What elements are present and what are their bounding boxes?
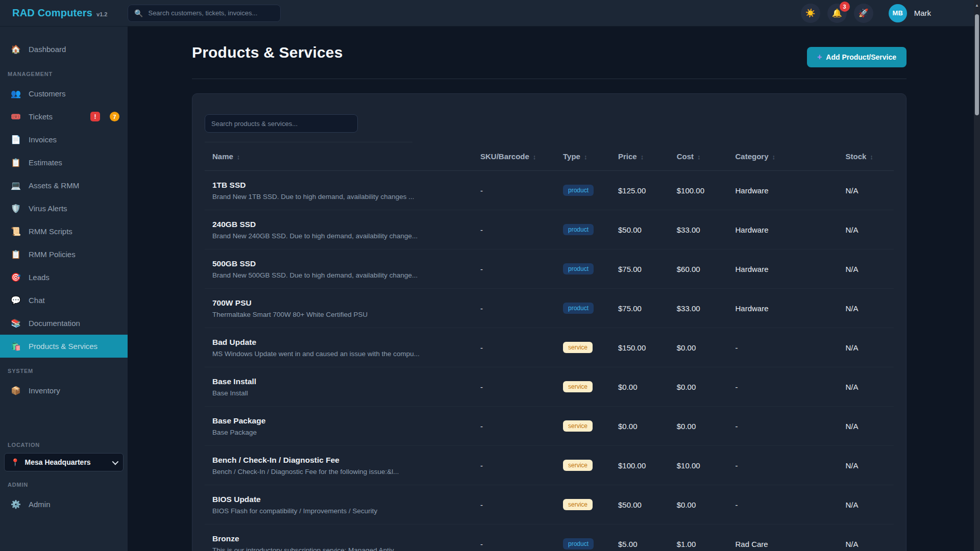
price-cell: $75.00 xyxy=(618,265,677,273)
category-cell: Hardware xyxy=(736,304,846,313)
notifications-button[interactable]: 🔔 3 xyxy=(827,4,847,23)
type-cell: service xyxy=(563,342,618,353)
column-header-name[interactable]: Name↕ xyxy=(205,152,480,161)
sidebar-item[interactable]: 🛍️ Products & Services xyxy=(0,335,128,358)
sidebar-item[interactable]: 💻 Assets & RMM xyxy=(0,174,128,197)
category-cell: Hardware xyxy=(736,265,846,273)
stock-cell: N/A xyxy=(846,383,894,391)
sidebar-item-label: Chat xyxy=(29,296,119,305)
home-icon: 🏠 xyxy=(10,44,21,54)
stock-cell: N/A xyxy=(846,186,894,195)
column-header-cost[interactable]: Cost↕ xyxy=(677,152,736,161)
product-name-cell: BIOS Update BIOS Flash for compatibility… xyxy=(205,495,480,515)
sidebar-item-icon: 📋 xyxy=(10,249,21,259)
sku-cell: - xyxy=(480,186,563,195)
sidebar-item[interactable]: 🎟️ Tickets ! 7 xyxy=(0,105,128,128)
section-management: MANAGEMENT xyxy=(0,71,128,77)
table-row[interactable]: 700W PSU Thermaltake Smart 700W 80+ Whit… xyxy=(205,289,894,328)
global-search-input[interactable] xyxy=(148,9,274,17)
cost-cell: $100.00 xyxy=(677,186,736,195)
sidebar-item[interactable]: 📚 Documentation xyxy=(0,312,128,335)
table-row[interactable]: Bench / Check-In / Diagnostic Fee Bench … xyxy=(205,446,894,485)
table-row[interactable]: Base Package Base Package - service $0.0… xyxy=(205,407,894,446)
price-cell: $150.00 xyxy=(618,343,677,352)
sidebar-item[interactable]: 👥 Customers xyxy=(0,82,128,105)
cost-cell: $1.00 xyxy=(677,540,736,548)
sidebar-item[interactable]: 🎯 Leads xyxy=(0,266,128,289)
column-header-stock[interactable]: Stock↕ xyxy=(846,152,894,161)
product-name: 1TB SSD xyxy=(212,181,480,190)
table-row[interactable]: 1TB SSD Brand New 1TB SSD. Due to high d… xyxy=(205,171,894,210)
chevron-down-icon xyxy=(112,458,119,465)
product-description: Base Install xyxy=(212,389,480,397)
sku-cell: - xyxy=(480,540,563,548)
sku-cell: - xyxy=(480,422,563,431)
product-description: BIOS Flash for compatibility / Improveme… xyxy=(212,507,480,515)
sidebar-item-label: Virus Alerts xyxy=(29,204,119,213)
product-name-cell: 700W PSU Thermaltake Smart 700W 80+ Whit… xyxy=(205,298,480,318)
sidebar-item[interactable]: 📄 Invoices xyxy=(0,128,128,151)
category-cell: Hardware xyxy=(736,186,846,195)
type-cell: service xyxy=(563,499,618,510)
launch-button[interactable]: 🚀 xyxy=(854,4,873,23)
column-header-type[interactable]: Type↕ xyxy=(563,152,618,161)
sort-icon: ↕ xyxy=(697,153,701,161)
table-row[interactable]: 240GB SSD Brand New 240GB SSD. Due to hi… xyxy=(205,210,894,249)
product-name: BIOS Update xyxy=(212,495,480,504)
location-select[interactable]: 📍 Mesa Headquarters xyxy=(4,453,124,471)
type-cell: product xyxy=(563,185,618,196)
sidebar-item-icon: 🎟️ xyxy=(10,112,21,121)
sidebar-item-icon: 👥 xyxy=(10,89,21,98)
sort-icon: ↕ xyxy=(870,153,873,161)
sidebar-item[interactable]: 🛡️ Virus Alerts xyxy=(0,197,128,220)
global-search[interactable]: 🔍 xyxy=(128,5,281,22)
column-header-category[interactable]: Category↕ xyxy=(736,152,846,161)
type-badge: service xyxy=(563,499,593,510)
scrollbar-up-arrow[interactable]: ▲ xyxy=(974,3,980,8)
table-row[interactable]: BIOS Update BIOS Flash for compatibility… xyxy=(205,485,894,524)
products-search-input[interactable] xyxy=(205,114,358,133)
theme-toggle-button[interactable]: ☀️ xyxy=(801,4,820,23)
cost-cell: $0.00 xyxy=(677,500,736,509)
scrollbar-thumb[interactable] xyxy=(975,14,979,115)
type-badge: service xyxy=(563,460,593,471)
sidebar-item-label: Dashboard xyxy=(29,45,119,54)
sidebar-item[interactable]: 📋 RMM Policies xyxy=(0,243,128,266)
table-body: 1TB SSD Brand New 1TB SSD. Due to high d… xyxy=(205,171,894,551)
sidebar-item-inventory[interactable]: 📦 Inventory xyxy=(0,379,128,402)
plus-icon: + xyxy=(817,53,822,62)
table-row[interactable]: Bronze This is our introductory subscrip… xyxy=(205,524,894,551)
sidebar-item-icon: 📋 xyxy=(10,158,21,167)
page-header: Products & Services + Add Product/Servic… xyxy=(192,44,906,67)
column-header-price[interactable]: Price↕ xyxy=(618,152,677,161)
management-nav-list: 👥 Customers 🎟️ Tickets ! 7 📄 Invoices 📋 xyxy=(0,82,128,358)
sort-icon: ↕ xyxy=(533,153,536,161)
sidebar-item[interactable]: 💬 Chat xyxy=(0,289,128,312)
product-name: 500GB SSD xyxy=(212,259,480,268)
type-badge: product xyxy=(563,185,594,196)
table-row[interactable]: Base Install Base Install - service $0.0… xyxy=(205,367,894,407)
sidebar-item-label: Admin xyxy=(29,500,119,509)
add-product-service-button[interactable]: + Add Product/Service xyxy=(807,47,906,67)
type-badge: product xyxy=(563,224,594,235)
sort-icon: ↕ xyxy=(772,153,776,161)
section-location: LOCATION xyxy=(0,442,128,448)
sidebar-item[interactable]: 📋 Estimates xyxy=(0,151,128,174)
column-header-sku[interactable]: SKU/Barcode↕ xyxy=(480,152,563,161)
page-scrollbar[interactable]: ▲ xyxy=(974,0,980,551)
sidebar-item[interactable]: 📜 RMM Scripts xyxy=(0,220,128,243)
sku-cell: - xyxy=(480,265,563,273)
table-row[interactable]: 500GB SSD Brand New 500GB SSD. Due to hi… xyxy=(205,249,894,289)
price-cell: $125.00 xyxy=(618,186,677,195)
stock-cell: N/A xyxy=(846,461,894,470)
sidebar-item-admin[interactable]: ⚙️ Admin xyxy=(0,493,128,516)
sidebar-item-dashboard[interactable]: 🏠 Dashboard xyxy=(0,38,128,61)
user-avatar[interactable]: MB xyxy=(889,4,907,22)
table-row[interactable]: Bad Update MS Windows Update went in and… xyxy=(205,328,894,367)
sidebar-item-label: RMM Scripts xyxy=(29,227,119,236)
sidebar-item-label: Customers xyxy=(29,89,119,98)
type-badge: service xyxy=(563,342,593,353)
ticket-count-badge: 7 xyxy=(110,112,119,121)
product-name-cell: Bronze This is our introductory subscrip… xyxy=(205,534,480,551)
price-cell: $100.00 xyxy=(618,461,677,470)
